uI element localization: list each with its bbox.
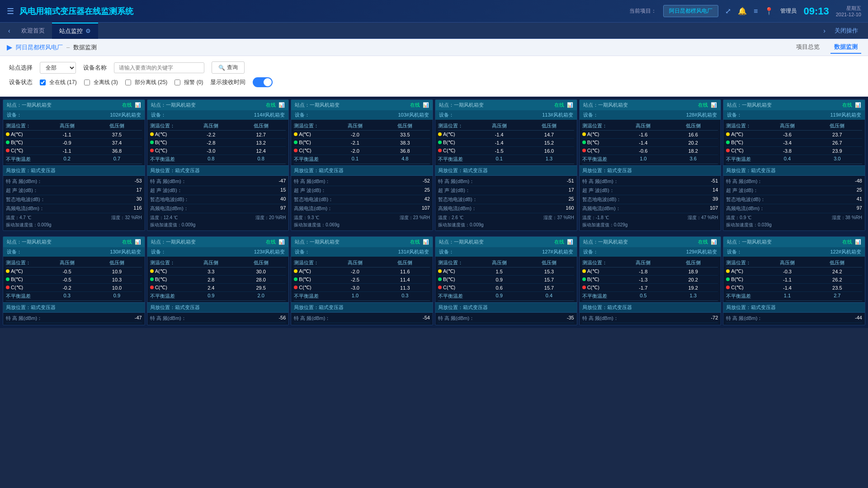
imbalance-high: 0.3 — [42, 293, 92, 300]
status-partial-checkbox[interactable] — [125, 80, 131, 85]
high-freq-label: 特 高 频(dBm)： — [150, 178, 186, 185]
tab-station-monitor[interactable]: 站点监控 ⚙ — [52, 23, 98, 39]
temp-row-c: C(℃) -3.0 11.3 — [294, 284, 430, 292]
chart-icon[interactable]: 📊 — [855, 102, 861, 108]
high-freq-value: -56 — [278, 315, 286, 322]
card-site-label: 站点：一期风机箱变 — [727, 239, 772, 245]
phase-b-low: 20.2 — [668, 140, 718, 145]
low-side-header: 低压侧 — [524, 259, 574, 266]
vibration-row: 振动加速度值：0.009g — [150, 221, 286, 229]
site-select[interactable]: 全部 — [40, 62, 76, 74]
phase-b-label: B(℃) — [294, 277, 330, 282]
chart-icon[interactable]: 📊 — [135, 102, 141, 108]
ultrasound-row: 超 声 波(dB)： 17 — [438, 186, 574, 195]
display-time-toggle[interactable] — [253, 77, 273, 87]
chart-icon[interactable]: 📊 — [135, 239, 141, 245]
phase-b-high: -1.4 — [474, 140, 524, 145]
phase-b-high: -1.1 — [762, 277, 812, 282]
ultrasound-value: 25 — [425, 187, 430, 194]
tabs-nav-left[interactable]: ‹ — [5, 27, 14, 34]
tab-close-icon[interactable]: ⚙ — [85, 28, 91, 34]
chart-icon[interactable]: 📊 — [567, 239, 573, 245]
chart-icon[interactable]: 📊 — [711, 239, 717, 245]
card-body: 测温位置： 高压侧 低压侧 A(℃) -1.6 16.6 B(℃) -1.4 2… — [580, 120, 721, 230]
high-current-value: 107 — [422, 205, 430, 212]
chart-icon[interactable]: 📊 — [278, 239, 285, 245]
temp-header: 测温位置： 高压侧 低压侧 — [294, 122, 430, 131]
chart-icon[interactable]: 📊 — [711, 102, 717, 108]
high-freq-label: 特 高 频(dBm)： — [6, 315, 42, 322]
temp-row-b: B(℃) 0.9 15.7 — [438, 276, 574, 284]
high-freq-value: -51 — [567, 178, 574, 185]
status-partial-label: 部分离线 (25) — [135, 79, 168, 86]
temp-header: 测温位置： 高压侧 低压侧 — [582, 122, 718, 131]
card-header: 站点：一期风机箱变 在线 📊 — [3, 237, 145, 247]
imbalance-row: 不平衡温差 1.0 3.6 — [582, 155, 718, 164]
temp-header: 测温位置： 高压侧 低压侧 — [726, 258, 862, 267]
temp-pos-header: 测温位置： — [6, 259, 42, 266]
card-body: 测温位置： 高压侧 低压侧 A(℃) -1.1 37.5 B(℃) -0.9 3… — [3, 120, 145, 230]
card-device-name: 123#风机箱变 — [254, 249, 285, 255]
phase-c-low: 36.8 — [380, 148, 430, 154]
high-freq-label: 特 高 频(dBm)： — [150, 315, 186, 322]
chart-icon[interactable]: 📊 — [278, 102, 285, 108]
imbalance-high: 1.0 — [618, 156, 668, 163]
high-freq-row: 特 高 频(dBm)： -51 — [438, 177, 574, 186]
status-offline-checkbox[interactable] — [84, 80, 90, 85]
phase-b-label: B(℃) — [582, 140, 618, 145]
imbalance-low: 0.7 — [92, 156, 142, 163]
chart-icon[interactable]: 📊 — [855, 239, 861, 245]
transient-label: 暂态地电波(dB)： — [438, 196, 477, 203]
fullscreen-icon[interactable]: ⤢ — [725, 7, 731, 15]
card-device-row: 设备： 127#风机箱变 — [435, 247, 577, 257]
device-search-input[interactable] — [114, 62, 204, 73]
bell-icon[interactable]: 🔔 — [738, 7, 747, 15]
temp-row-a: A(℃) -1.6 16.6 — [582, 131, 718, 139]
imbalance-high: 1.0 — [330, 293, 380, 300]
device-card: 站点：一期风机箱变 在线 📊 设备： 130#风机箱变 测温位置： 高压侧 低压… — [3, 236, 145, 325]
phase-c-high: 0.6 — [474, 285, 524, 291]
temp-row-c: C(℃) -3.8 23.9 — [726, 147, 862, 155]
status-badge: 在线 — [410, 239, 420, 245]
tabs-nav-right[interactable]: › — [820, 27, 829, 34]
high-side-header: 高压侧 — [474, 259, 524, 266]
temp-row-b: B(℃) -1.4 20.2 — [582, 139, 718, 147]
search-icon: 🔍 — [218, 65, 225, 71]
phase-c-high: 2.4 — [186, 285, 236, 291]
transient-row: 暂态地电波(dB)： 40 — [150, 195, 286, 204]
cards-row1: 站点：一期风机箱变 在线 📊 设备： 102#风机箱变 测温位置： 高压侧 低压… — [0, 97, 868, 234]
tab-welcome[interactable]: 欢迎首页 — [14, 23, 52, 39]
partial-section: 局放位置：箱式变压器 — [723, 302, 865, 313]
menu-icon[interactable]: ☰ — [7, 6, 14, 16]
search-button[interactable]: 🔍 查询 — [212, 61, 245, 74]
nav-project-overview[interactable]: 项目总览 — [793, 41, 823, 54]
high-freq-row: 特 高 频(dBm)： -35 — [438, 314, 574, 323]
high-freq-value: -44 — [855, 315, 862, 322]
temp-row-a: A(℃) -2.2 12.7 — [150, 131, 286, 139]
chart-icon[interactable]: 📊 — [423, 102, 429, 108]
high-side-header: 高压侧 — [618, 259, 668, 266]
high-side-header: 高压侧 — [186, 122, 236, 129]
project-name-btn[interactable]: 阿日昆都楞风电厂 — [663, 5, 718, 17]
chart-icon[interactable]: 📊 — [567, 102, 573, 108]
temp-row-c: C(℃) -1.1 36.8 — [6, 147, 142, 155]
temp-row-c: C(℃) -2.0 36.8 — [294, 147, 430, 155]
ultrasound-row: 超 声 波(dB)： 25 — [726, 186, 862, 195]
chart-icon[interactable]: 📊 — [423, 239, 429, 245]
high-side-header: 高压侧 — [618, 122, 668, 129]
status-alarm-checkbox[interactable] — [175, 80, 180, 85]
nav-data-monitor[interactable]: 数据监测 — [830, 41, 861, 54]
status-online-checkbox[interactable] — [40, 80, 46, 85]
humidity-sensor: 湿度：38 %RH — [832, 215, 862, 221]
menu-dots-icon[interactable]: ≡ — [754, 7, 758, 15]
high-current-label: 高频电流(dBm)： — [6, 205, 44, 212]
phase-a-label: A(℃) — [726, 131, 762, 137]
high-freq-label: 特 高 频(dBm)： — [582, 315, 618, 322]
breadcrumb-arrow-icon[interactable]: ▶ — [7, 43, 12, 52]
card-device-name: 114#风机箱变 — [254, 112, 285, 118]
ultrasound-row: 超 声 波(dB)： 14 — [582, 186, 718, 195]
close-operation-btn[interactable]: 关闭操作 — [829, 27, 863, 35]
temp-pos-header: 测温位置： — [438, 259, 474, 266]
ultrasound-label: 超 声 波(dB)： — [150, 187, 182, 194]
phase-c-label: C(℃) — [294, 148, 330, 154]
